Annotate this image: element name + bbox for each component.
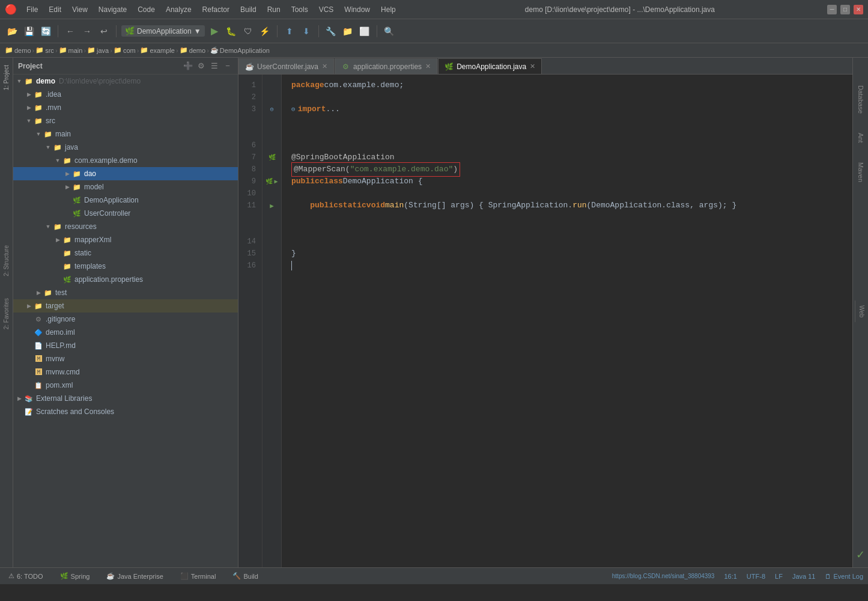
- open-folder-button[interactable]: 📂: [5, 24, 19, 38]
- sync-button[interactable]: 🔄: [38, 24, 53, 38]
- favorites-tab[interactable]: 2: Favorites: [1, 293, 11, 334]
- fold-marker-import[interactable]: ⊖: [291, 103, 296, 115]
- left-panel: Project ➕ ⚙ ☰ − ▼ 📁 demo D:\lion\deve\pr…: [13, 58, 238, 567]
- menu-refactor[interactable]: Refactor: [198, 4, 234, 15]
- menu-view[interactable]: View: [67, 4, 93, 15]
- run-config-selector[interactable]: 🌿 DemoApplication ▼: [121, 25, 205, 37]
- minimize-button[interactable]: ─: [827, 5, 837, 14]
- web-tab[interactable]: Web: [857, 300, 867, 322]
- line-numbers: 1 2 3 6 7 8 9 10 11 14 15 16: [238, 75, 263, 567]
- tree-label-static: static: [74, 249, 91, 257]
- menu-tools[interactable]: Tools: [287, 4, 313, 15]
- code-editor[interactable]: 1 2 3 6 7 8 9 10 11 14 15 16: [238, 75, 852, 567]
- tree-item-demo-app[interactable]: 🌿 DemoApplication: [13, 194, 238, 207]
- back-button[interactable]: ←: [63, 24, 77, 38]
- tree-item-mvn[interactable]: ▶ 📁 .mvn: [13, 101, 238, 114]
- save-button[interactable]: 💾: [22, 24, 36, 38]
- vcs-update-button[interactable]: ⬇: [299, 24, 314, 38]
- vcs-button[interactable]: ⬆: [282, 24, 297, 38]
- menu-vcs[interactable]: VCS: [314, 4, 339, 15]
- tree-item-help-md[interactable]: 📄 HELP.md: [13, 339, 238, 352]
- java-enterprise-button[interactable]: ☕ Java Enterprise: [103, 572, 166, 581]
- tab-close-user-ctrl[interactable]: ✕: [322, 63, 327, 70]
- build-button[interactable]: 🔨 Build: [229, 572, 261, 581]
- breadcrumb-main[interactable]: main: [68, 47, 83, 54]
- cursor: [291, 261, 292, 270]
- breadcrumb-example[interactable]: example: [150, 47, 175, 54]
- wrench-button[interactable]: 🔧: [324, 24, 338, 38]
- menu-build[interactable]: Build: [235, 4, 261, 15]
- menu-navigate[interactable]: Navigate: [94, 4, 132, 15]
- tree-item-model[interactable]: ▶ 📁 model: [13, 180, 238, 194]
- folder2-button[interactable]: 📁: [341, 24, 355, 38]
- settings-panel-btn[interactable]: ⚙: [196, 61, 207, 72]
- menu-help[interactable]: Help: [376, 4, 401, 15]
- tab-close-demo-app[interactable]: ✕: [530, 63, 535, 70]
- tree-item-idea[interactable]: ▶ 📁 .idea: [13, 88, 238, 101]
- maven-tab[interactable]: Maven: [855, 159, 866, 186]
- breadcrumb-class[interactable]: DemoApplication: [220, 47, 270, 54]
- hide-panel-btn[interactable]: −: [222, 61, 233, 72]
- fold-icon-import[interactable]: ⊖: [270, 106, 273, 113]
- menu-code[interactable]: Code: [133, 4, 160, 15]
- tab-close-app-props[interactable]: ✕: [425, 63, 431, 70]
- tree-item-user-controller[interactable]: 🌿 UserController: [13, 207, 238, 220]
- search-button[interactable]: 🔍: [382, 24, 396, 38]
- profile-button[interactable]: ⚡: [258, 24, 272, 38]
- revert-button[interactable]: ↩: [97, 24, 111, 38]
- tab-demo-app[interactable]: 🌿 DemoApplication.java ✕: [438, 58, 542, 74]
- tab-user-controller[interactable]: ☕ UserController.java ✕: [238, 58, 334, 74]
- tree-item-src[interactable]: ▼ 📁 src: [13, 114, 238, 127]
- tree-item-pom[interactable]: 📋 pom.xml: [13, 379, 238, 392]
- tree-item-mvnw[interactable]: 🅼 mvnw: [13, 352, 238, 365]
- new-file-panel-btn[interactable]: ➕: [183, 61, 193, 72]
- tree-item-test[interactable]: ▶ 📁 test: [13, 286, 238, 299]
- run-icon-9[interactable]: ▶: [274, 178, 278, 185]
- tree-item-demo-iml[interactable]: 🔷 demo.iml: [13, 326, 238, 339]
- tree-item-com-example[interactable]: ▼ 📁 com.example.demo: [13, 154, 238, 167]
- tab-app-properties[interactable]: ⚙ application.properties ✕: [335, 58, 437, 74]
- breadcrumb-demo2[interactable]: demo: [189, 47, 206, 54]
- close-button[interactable]: ✕: [854, 5, 863, 14]
- layout-panel-btn[interactable]: ☰: [209, 61, 220, 72]
- breadcrumb-src[interactable]: src: [45, 47, 54, 54]
- spring-button[interactable]: 🌿 Spring: [56, 572, 94, 581]
- terminal-button[interactable]: ⬛ Terminal: [177, 572, 220, 581]
- breadcrumb-java[interactable]: java: [97, 47, 109, 54]
- tree-item-external-libs[interactable]: ▶ 📚 External Libraries: [13, 392, 238, 405]
- tree-item-demo-root[interactable]: ▼ 📁 demo D:\lion\deve\project\demo: [13, 75, 238, 88]
- breadcrumb-demo[interactable]: demo: [14, 47, 31, 54]
- structure-tab[interactable]: 2: Structure: [1, 240, 11, 281]
- tree-item-static[interactable]: 📁 static: [13, 246, 238, 260]
- menu-file[interactable]: File: [22, 4, 43, 15]
- coverage-button[interactable]: 🛡: [241, 24, 255, 38]
- forward-button[interactable]: →: [80, 24, 94, 38]
- project-tab-vertical[interactable]: 1: Project: [1, 60, 11, 95]
- breadcrumb-com[interactable]: com: [123, 47, 136, 54]
- run-icon-11[interactable]: ▶: [270, 202, 274, 210]
- menu-edit[interactable]: Edit: [44, 4, 66, 15]
- code-content[interactable]: package com.example.demo; ⊖ import ... @…: [282, 75, 852, 567]
- square-button[interactable]: ⬜: [357, 24, 372, 38]
- maximize-button[interactable]: □: [840, 5, 850, 14]
- database-tab[interactable]: Database: [855, 82, 866, 117]
- event-log-button[interactable]: 🗒 Event Log: [825, 573, 863, 580]
- tree-item-mvnw-cmd[interactable]: 🅼 mvnw.cmd: [13, 365, 238, 379]
- tree-item-dao[interactable]: ▶ 📁 dao: [13, 167, 238, 180]
- tree-item-scratches[interactable]: 📝 Scratches and Consoles: [13, 405, 238, 418]
- tree-item-templates[interactable]: 📁 templates: [13, 260, 238, 273]
- ant-tab[interactable]: Ant: [855, 129, 866, 147]
- tree-item-mapper-xml[interactable]: ▶ 📁 mapperXml: [13, 233, 238, 246]
- tree-item-gitignore[interactable]: ⚙ .gitignore: [13, 313, 238, 326]
- run-button[interactable]: ▶: [207, 24, 222, 38]
- menu-window[interactable]: Window: [339, 4, 375, 15]
- menu-analyze[interactable]: Analyze: [161, 4, 196, 15]
- tree-item-target[interactable]: ▶ 📁 target: [13, 299, 238, 313]
- tree-item-java[interactable]: ▼ 📁 java: [13, 141, 238, 154]
- tree-item-resources[interactable]: ▼ 📁 resources: [13, 220, 238, 233]
- tree-item-app-properties[interactable]: 🌿 application.properties: [13, 273, 238, 286]
- tree-item-main[interactable]: ▼ 📁 main: [13, 127, 238, 141]
- todo-button[interactable]: ⚠ 6: TODO: [5, 572, 47, 581]
- menu-run[interactable]: Run: [263, 4, 285, 15]
- add-config-button[interactable]: 🐛: [224, 24, 238, 38]
